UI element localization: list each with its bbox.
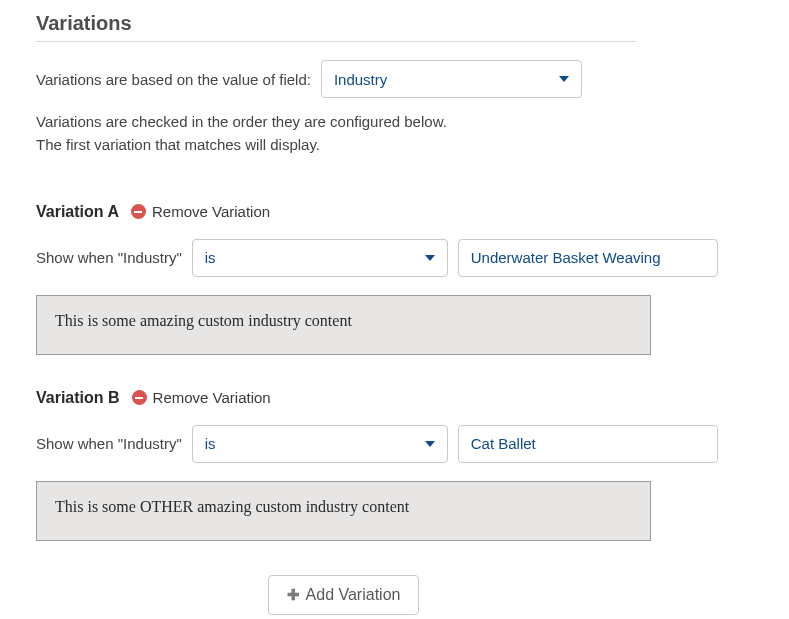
- chevron-down-icon: [425, 441, 435, 447]
- based-on-row: Variations are based on the value of fie…: [36, 60, 753, 98]
- variation-content[interactable]: This is some OTHER amazing custom indust…: [36, 481, 651, 541]
- remove-variation-button[interactable]: Remove Variation: [131, 203, 270, 220]
- remove-label: Remove Variation: [152, 203, 270, 220]
- operator-value: is: [205, 249, 216, 266]
- add-variation-button[interactable]: ✚ Add Variation: [268, 575, 420, 615]
- remove-variation-button[interactable]: Remove Variation: [132, 389, 271, 406]
- operator-select[interactable]: is: [192, 239, 448, 277]
- variation-title: Variation B: [36, 389, 120, 407]
- helper-text: Variations are checked in the order they…: [36, 110, 753, 157]
- section-title: Variations: [36, 12, 636, 42]
- field-select[interactable]: Industry: [321, 60, 582, 98]
- variation-title: Variation A: [36, 203, 119, 221]
- helper-line: The first variation that matches will di…: [36, 133, 753, 156]
- show-when-label: Show when "Industry": [36, 435, 182, 452]
- field-select-value: Industry: [334, 71, 387, 88]
- chevron-down-icon: [425, 255, 435, 261]
- chevron-down-icon: [559, 76, 569, 82]
- plus-icon: ✚: [287, 586, 300, 604]
- variation-block: Variation A Remove Variation Show when "…: [36, 203, 753, 355]
- based-on-label: Variations are based on the value of fie…: [36, 71, 311, 88]
- remove-icon: [132, 390, 147, 405]
- remove-label: Remove Variation: [153, 389, 271, 406]
- variation-block: Variation B Remove Variation Show when "…: [36, 389, 753, 541]
- show-when-label: Show when "Industry": [36, 249, 182, 266]
- remove-icon: [131, 204, 146, 219]
- condition-value-input[interactable]: [458, 239, 718, 277]
- variation-content[interactable]: This is some amazing custom industry con…: [36, 295, 651, 355]
- condition-value-input[interactable]: [458, 425, 718, 463]
- add-variation-label: Add Variation: [306, 586, 401, 604]
- operator-value: is: [205, 435, 216, 452]
- helper-line: Variations are checked in the order they…: [36, 110, 753, 133]
- operator-select[interactable]: is: [192, 425, 448, 463]
